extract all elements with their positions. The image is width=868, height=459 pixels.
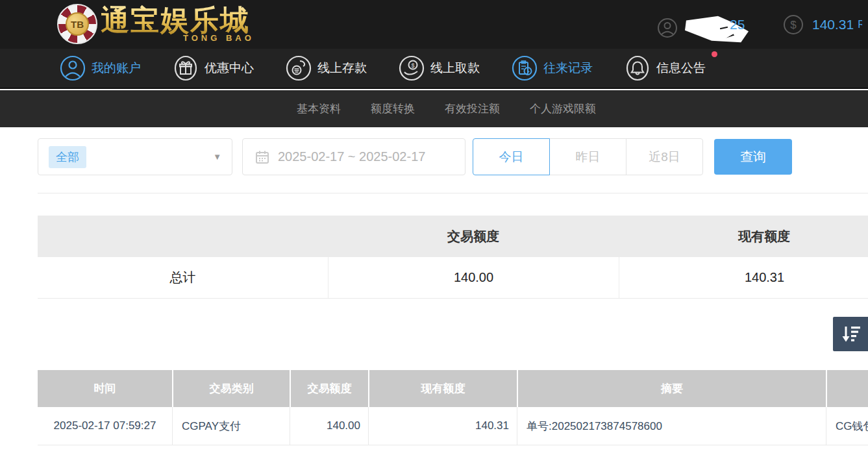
dropdown-selected-chip: 全部 [49,146,86,168]
summary-total-label: 总计 [38,257,328,299]
yesterday-button[interactable]: 昨日 [549,138,626,175]
dollar-icon: $ [783,14,804,35]
nav-item-transaction-records[interactable]: 往来记录 [512,55,593,81]
records-icon [512,55,538,81]
record-type: CGPAY支付 [172,407,290,445]
user-account-area[interactable]: 25 [657,14,766,42]
record-balance: 140.31 [368,407,517,445]
svg-text:$: $ [411,62,414,69]
nav-label: 线上取款 [430,60,480,77]
sort-descending-icon [840,324,862,345]
subnav-item-basic-info[interactable]: 基本资料 [297,101,341,116]
transaction-type-dropdown[interactable]: 全部 ▼ [38,138,232,175]
chevron-down-icon: ▼ [213,152,221,162]
username-visible-suffix: 25 [730,17,745,32]
records-table: 时间 交易类别 交易额度 现有额度 摘要 备注 2025-02-17 07:59… [38,370,868,445]
subnav-item-valid-bets[interactable]: 有效投注额 [445,101,500,116]
date-range-value: 2025-02-17 ~ 2025-02-17 [278,149,425,164]
nav-item-online-deposit[interactable]: 线上存款 [286,55,367,81]
summary-header-row: 交易额度 现有额度 [38,216,868,257]
deposit-icon [286,55,312,81]
nav-label: 信息公告 [656,60,706,77]
query-button[interactable]: 查询 [714,139,792,175]
record-amount: 140.00 [290,407,368,445]
record-remark: CG钱包 [826,407,868,445]
section-divider [38,193,868,193]
nav-label: 优惠中心 [205,60,254,77]
nav-label: 线上存款 [317,60,367,77]
balance-amount: 140.31 [812,17,854,32]
records-header-remark: 备注 [826,370,868,407]
records-header-amount: 交易额度 [290,370,368,407]
date-range-input[interactable]: 2025-02-17 ~ 2025-02-17 [242,138,465,175]
sort-descending-button[interactable] [833,317,868,351]
table-row: 2025-02-17 07:59:27 CGPAY支付 140.00 140.3… [38,407,868,445]
subnav-item-game-limits[interactable]: 个人游戏限额 [530,101,596,116]
summary-total-current-balance: 140.31 [619,257,868,299]
summary-header-transaction-amount: 交易额度 [328,216,619,257]
page: TB 通宝娱乐城 TONG BAO 25 $ 140.31 [0,0,868,459]
records-header-time: 时间 [38,370,172,407]
bell-icon [625,55,651,81]
notification-dot [712,51,717,57]
nav-item-promotions[interactable]: 优惠中心 [173,55,254,81]
calendar-icon [254,149,270,165]
summary-header-current-balance: 现有额度 [619,216,868,257]
records-header-type: 交易类别 [172,370,290,407]
today-button[interactable]: 今日 [473,138,550,175]
quick-date-button-group: 今日 昨日 近8日 [473,138,703,175]
username-redacted: 25 [683,14,766,42]
nav-label: 我的账户 [92,60,141,77]
balance-unit-clipped: R [858,19,862,31]
subnav-item-credit-transfer[interactable]: 额度转换 [371,101,415,116]
site-subtitle: TONG BAO [183,33,254,43]
summary-total-row: 总计 140.00 140.31 [38,257,868,299]
withdraw-icon: $ [399,55,425,81]
record-time: 2025-02-17 07:59:27 [38,407,172,445]
balance-area[interactable]: $ 140.31 R [783,14,862,35]
pen-mark [720,27,728,29]
chip-logo-monogram: TB [66,12,89,36]
record-summary: 单号:202502173874578600 [517,407,826,445]
summary-total-transaction-amount: 140.00 [328,257,619,299]
nav-item-my-account[interactable]: 我的账户 [60,55,141,81]
nav-label: 往来记录 [543,60,593,77]
top-header: TB 通宝娱乐城 TONG BAO 25 $ 140.31 [0,0,868,49]
svg-text:$: $ [790,19,797,31]
records-header-summary: 摘要 [517,370,826,407]
records-header-balance: 现有额度 [368,370,517,407]
summary-table: 交易额度 现有额度 总计 140.00 140.31 [38,216,868,299]
last-8-days-button[interactable]: 近8日 [626,138,703,175]
gift-icon [173,55,199,81]
casino-chip-logo: TB [57,4,97,44]
nav-item-announcements[interactable]: 信息公告 [625,55,706,81]
sub-nav: 基本资料 额度转换 有效投注额 个人游戏限额 [0,90,868,127]
pen-mark [725,34,734,38]
summary-header-empty [38,216,328,257]
user-icon [657,18,678,38]
account-icon [60,55,86,81]
nav-item-online-withdrawal[interactable]: $ 线上取款 [399,55,480,81]
main-nav: 我的账户 优惠中心 线上存款 [0,49,868,89]
records-header-row: 时间 交易类别 交易额度 现有额度 摘要 备注 [38,370,868,407]
